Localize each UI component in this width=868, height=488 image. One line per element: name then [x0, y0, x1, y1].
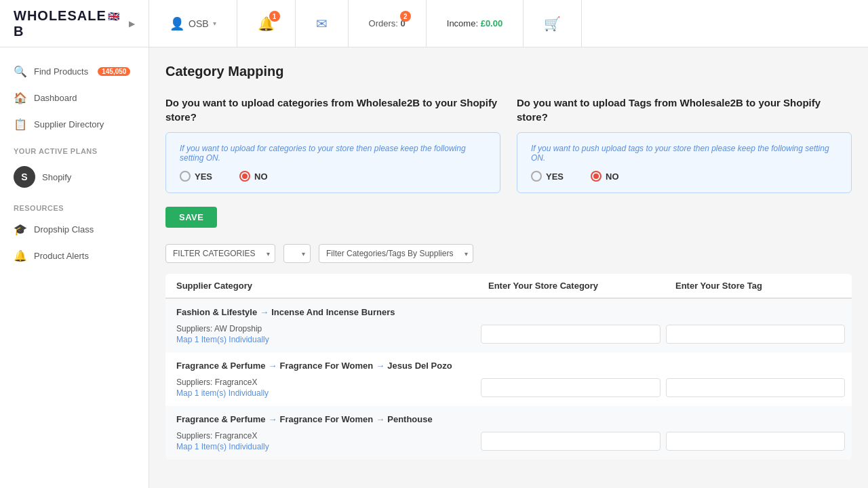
store-tag-input[interactable]	[666, 325, 846, 344]
path-segment: Fragrance & Perfume	[176, 414, 266, 424]
path-segment: Fragrance & Perfume	[176, 361, 266, 371]
path-arrow: →	[269, 361, 277, 371]
shopify-avatar: S	[14, 166, 35, 188]
path-arrow: →	[376, 361, 384, 371]
cat-no-circle	[239, 171, 250, 182]
nav-bell[interactable]: 🔔 1	[237, 0, 296, 47]
dashboard-label: Dashboard	[34, 93, 77, 103]
supplier-directory-label: Supplier Directory	[34, 119, 104, 129]
logo-area: WHOLESALE🇬🇧B ▶	[0, 0, 149, 47]
store-tag-cell	[666, 432, 846, 451]
cat-path: Fashion & Lifestyle→Incense And Incense …	[176, 307, 841, 317]
dropship-icon: 🎓	[14, 223, 27, 236]
orders-badge: 2	[400, 11, 411, 22]
table-head: Supplier Category Enter Your Store Categ…	[165, 274, 852, 298]
store-tag-input[interactable]	[666, 378, 846, 397]
cart-icon: 🛒	[544, 16, 561, 32]
store-tag-cell	[666, 325, 846, 344]
tag-radio-group: YES NO	[531, 171, 837, 182]
sidebar-item-supplier-directory[interactable]: 📋 Supplier Directory	[0, 111, 149, 138]
sidebar-item-dashboard[interactable]: 🏠 Dashboard	[0, 85, 149, 111]
logo-text: WHOLESALE🇬🇧B	[14, 8, 127, 39]
tag-yes-circle	[531, 171, 542, 182]
sidebar-item-dropship-class[interactable]: 🎓 Dropship Class	[0, 216, 149, 243]
store-cat-input[interactable]	[481, 325, 660, 344]
supplier-info-cell: Suppliers: AW Dropship Map 1 Item(s) Ind…	[176, 324, 475, 344]
income-label: Income: £0.00	[447, 18, 502, 28]
user-label: OSB	[189, 18, 209, 29]
shopify-label: Shopify	[42, 172, 71, 182]
store-cat-input[interactable]	[481, 378, 660, 397]
page-title: Category Mapping	[165, 64, 852, 79]
mail-icon: ✉	[316, 16, 328, 32]
tag-no-label: NO	[606, 171, 619, 182]
nav-cart[interactable]: 🛒	[524, 0, 582, 47]
cat-option-box: If you want to upload for categories to …	[165, 132, 500, 193]
filter-suppliers-select[interactable]: Filter Categories/Tags By Suppliers	[319, 244, 473, 263]
cat-row-main: Fragrance & Perfume→Fragrance For Women→…	[165, 406, 852, 427]
tag-yes-radio[interactable]: YES	[531, 171, 564, 182]
store-cat-input[interactable]	[481, 432, 660, 451]
cat-radio-group: YES NO	[180, 171, 486, 182]
categories-col: Do you want to upload categories from Wh…	[165, 96, 500, 193]
col-supplier: Supplier Category	[165, 274, 477, 298]
path-arrow: →	[269, 414, 277, 424]
product-alerts-label: Product Alerts	[34, 251, 89, 261]
table-body: Fashion & Lifestyle→Incense And Incense …	[165, 298, 852, 460]
settings-section: Do you want to upload categories from Wh…	[165, 96, 852, 193]
tag-yes-label: YES	[546, 171, 564, 182]
sidebar: 🔍 Find Products 145,050 🏠 Dashboard 📋 Su…	[0, 47, 149, 488]
tag-question: Do you want to upload Tags from Wholesal…	[517, 96, 852, 124]
path-segment: Fashion & Lifestyle	[176, 307, 257, 317]
path-segment: Jesus Del Pozo	[387, 361, 452, 371]
store-cat-cell	[481, 325, 660, 344]
find-products-label: Find Products	[34, 66, 88, 77]
path-segment: Incense And Incense Burners	[271, 307, 395, 317]
filter-suppliers-wrap: Filter Categories/Tags By Suppliers	[319, 244, 473, 263]
cat-no-radio[interactable]: NO	[239, 171, 268, 182]
cat-row-main: Fragrance & Perfume→Fragrance For Women→…	[165, 352, 852, 373]
category-table: Supplier Category Enter Your Store Categ…	[165, 274, 852, 460]
tag-no-radio[interactable]: NO	[591, 171, 619, 182]
supplier-info: Suppliers: AW Dropship	[176, 324, 475, 333]
cat-row-sub: Suppliers: FragranceX Map 1 item(s) Indi…	[165, 373, 852, 406]
cat-hint: If you want to upload for categories to …	[180, 144, 486, 163]
sidebar-item-product-alerts[interactable]: 🔔 Product Alerts	[0, 243, 149, 269]
cat-yes-circle	[180, 171, 191, 182]
nav-income: Income: £0.00	[427, 0, 524, 47]
tags-col: Do you want to upload Tags from Wholesal…	[517, 96, 852, 193]
path-arrow: →	[376, 414, 384, 424]
map-link[interactable]: Map 1 Item(s) Individually	[176, 442, 475, 451]
map-link[interactable]: Map 1 item(s) Individually	[176, 388, 475, 398]
sidebar-item-shopify[interactable]: S Shopify	[0, 159, 149, 195]
find-products-badge: 145,050	[98, 67, 130, 76]
save-button[interactable]: SAVE	[165, 207, 217, 228]
store-tag-input[interactable]	[666, 432, 846, 451]
table-row: Fragrance & Perfume→Fragrance For Women→…	[165, 406, 852, 460]
cat-question: Do you want to upload categories from Wh…	[165, 96, 500, 124]
search-icon: 🔍	[14, 65, 27, 78]
user-dropdown-icon: ▾	[213, 20, 216, 27]
path-segment: Fragrance For Women	[280, 414, 374, 424]
main-content: Category Mapping Do you want to upload c…	[149, 47, 868, 488]
sidebar-item-find-products[interactable]: 🔍 Find Products 145,050	[0, 58, 149, 85]
table-header-row: Supplier Category Enter Your Store Categ…	[165, 274, 852, 298]
cat-path: Fragrance & Perfume→Fragrance For Women→…	[176, 414, 841, 424]
nav-orders[interactable]: Orders: 0 2	[349, 0, 427, 47]
filter-categories-select[interactable]: FILTER CATEGORIES	[165, 244, 275, 263]
cat-no-label: NO	[254, 171, 268, 182]
map-link[interactable]: Map 1 Item(s) Individually	[176, 335, 475, 344]
home-icon: 🏠	[14, 92, 27, 104]
alert-icon: 🔔	[14, 249, 27, 262]
nav-user[interactable]: 👤 OSB ▾	[149, 0, 237, 47]
nav-mail[interactable]: ✉	[296, 0, 349, 47]
filter-bar: FILTER CATEGORIES Filter Categories/Tags…	[165, 244, 852, 263]
income-value: £0.00	[481, 18, 503, 28]
cat-yes-radio[interactable]: YES	[180, 171, 212, 182]
filter-arrow-select[interactable]	[283, 244, 311, 263]
store-cat-cell	[481, 432, 660, 451]
dropship-class-label: Dropship Class	[34, 224, 94, 235]
tag-option-box: If you want to push upload tags to your …	[517, 132, 852, 193]
path-arrow: →	[260, 307, 269, 317]
supplier-info: Suppliers: FragranceX	[176, 431, 475, 441]
